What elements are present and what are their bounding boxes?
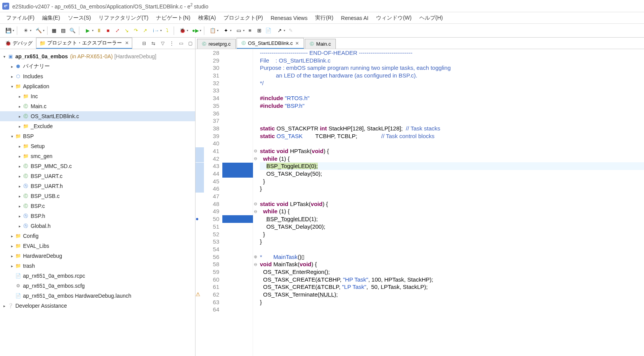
save-button[interactable]: 💾 (2, 26, 15, 35)
code-area[interactable]: ------------------------- END-OF-HEADER … (258, 49, 644, 356)
tree-node[interactable]: ▸ⓗGlobal.h (0, 221, 195, 231)
menu-item[interactable]: ウィンドウ(W) (372, 13, 416, 23)
close-icon[interactable]: ✕ (295, 41, 299, 46)
link-editor-icon[interactable]: ⇆ (150, 40, 157, 47)
code-line[interactable]: */ (260, 79, 644, 87)
tool-button[interactable]: ≡ (246, 26, 254, 35)
terminate-button[interactable]: ■ (104, 26, 112, 35)
chevron-right-icon[interactable]: ▸ (17, 104, 22, 109)
collapse-icon[interactable]: ⊖ (253, 148, 258, 153)
disconnect-button[interactable]: ⤢ (113, 26, 122, 35)
project-root[interactable]: ▾ ▣ ap_rx651_0a_embos (in AP-RX651-0A) [… (0, 51, 195, 61)
editor-tab[interactable]: Ⓒresetprg.c (197, 39, 236, 49)
tree-node[interactable]: ▸ⒸBSP_MMC_SD.c (0, 161, 195, 171)
tool-button[interactable]: ✦ (220, 26, 232, 35)
resume-button[interactable]: ▶ (82, 26, 94, 35)
tree-node[interactable]: ⚙ap_rx651_0a_embos.scfg (0, 281, 195, 291)
tool-button[interactable]: ↗ (273, 26, 286, 35)
chevron-right-icon[interactable]: ▸ (9, 264, 15, 268)
tool-button[interactable]: 📄 (264, 26, 273, 35)
code-line[interactable]: static void HPTask(void) { (260, 147, 644, 155)
code-line[interactable]: void MainTask(void) { (260, 260, 644, 268)
minimize-icon[interactable]: ▭ (177, 40, 184, 47)
chevron-right-icon[interactable]: ▸ (17, 114, 22, 119)
chevron-right-icon[interactable]: ▸ (17, 224, 22, 228)
code-line[interactable]: #include "BSP.h" (260, 102, 644, 110)
menu-item[interactable]: 実行(R) (311, 13, 337, 23)
tool-button[interactable]: 📋 (207, 26, 219, 35)
step-into-button[interactable]: ↘ (122, 26, 131, 35)
tree-node[interactable]: ▸ⒸBSP_USB.c (0, 191, 195, 201)
suspend-button[interactable]: ⏸ (95, 26, 103, 35)
chevron-right-icon[interactable]: ▸ (2, 304, 7, 308)
tree-node[interactable]: ▸ⓗBSP.h (0, 211, 195, 221)
drop-to-frame-button[interactable]: ⤵ (163, 26, 171, 35)
chevron-right-icon[interactable]: ▸ (9, 244, 15, 248)
code-editor[interactable]: ➨●⚠ 282930313233343536373839404142434445… (196, 49, 644, 356)
code-line[interactable]: OS_TASK_Delay(50); (260, 170, 644, 178)
debug-button[interactable]: 🐞 (176, 26, 189, 35)
maximize-icon[interactable]: ▢ (187, 40, 194, 47)
marker-column[interactable]: ➨●⚠ (196, 49, 204, 356)
step-over-button[interactable]: ↷ (131, 26, 140, 35)
menu-item[interactable]: ナビゲート(N) (152, 13, 194, 23)
tree-node[interactable]: ▸📁trash (0, 261, 195, 271)
code-line[interactable]: BSP_ToggleLED(0); (260, 162, 644, 170)
menu-item[interactable]: Renesas AI (337, 13, 373, 23)
project-explorer-tab[interactable]: 📁 プロジェクト・エクスプローラー ✕ (36, 38, 132, 49)
code-line[interactable] (260, 140, 644, 147)
code-line[interactable]: static OS_TASK TCBHP, TCBLP; // Task con… (260, 132, 644, 140)
chevron-right-icon[interactable]: ▸ (17, 204, 22, 208)
code-line[interactable]: OS_TASK_Delay(200); (260, 223, 644, 231)
fold-column[interactable]: ⊖⊖⊖⊖⊕⊖ (253, 49, 258, 356)
close-icon[interactable]: ✕ (125, 40, 129, 46)
tree-node[interactable]: ▸ⒸMain.c (0, 101, 195, 111)
menu-item[interactable]: 編集(E) (38, 13, 64, 23)
code-line[interactable] (260, 117, 644, 125)
chevron-right-icon[interactable]: ▸ (17, 194, 22, 198)
chevron-down-icon[interactable]: ▾ (9, 84, 15, 89)
new-button[interactable]: ✳ (20, 26, 32, 35)
code-line[interactable]: while (1) { (260, 155, 644, 163)
code-line[interactable]: } (260, 178, 644, 185)
tool-button[interactable]: ▨ (59, 26, 67, 35)
collapse-icon[interactable]: ⊖ (253, 209, 258, 214)
tree-node[interactable]: ▾📁BSP (0, 131, 195, 141)
tree-node[interactable]: ▸⬢バイナリー (0, 61, 195, 71)
menu-item[interactable]: ヘルプ(H) (416, 13, 447, 23)
code-line[interactable]: * MainTask()▯ (260, 253, 644, 261)
chevron-right-icon[interactable]: ▸ (17, 174, 22, 178)
tree-node[interactable]: ▸ⒸOS_StartLEDBlink.c (0, 111, 195, 121)
code-line[interactable]: static void LPTask(void) { (260, 200, 644, 208)
menu-item[interactable]: 検索(A) (194, 13, 220, 23)
code-line[interactable]: File : OS_StartLEDBlink.c (260, 57, 644, 64)
expand-icon[interactable]: ⊕ (253, 254, 258, 259)
step-return-button[interactable]: ↗ (141, 26, 149, 35)
chevron-right-icon[interactable]: ▸ (17, 94, 22, 99)
code-line[interactable]: } (260, 185, 644, 193)
debug-view-tab[interactable]: 🐞 デバッグ (2, 38, 36, 49)
tree-node[interactable]: 📄ap_rx651_0a_embos HardwareDebug.launch (0, 291, 195, 301)
chevron-right-icon[interactable]: ▸ (9, 64, 15, 69)
tree-node[interactable]: ▸📁_Exclude (0, 121, 195, 131)
code-line[interactable]: #include "RTOS.h" (260, 94, 644, 102)
tree-node[interactable]: ▸📁Setup (0, 141, 195, 151)
chevron-right-icon[interactable]: ▸ (17, 184, 22, 188)
code-line[interactable]: OS_TASK_Terminate(NULL); (260, 291, 644, 298)
tree-node[interactable]: 📄ap_rx651_0a_embos.rcpc (0, 271, 195, 281)
code-line[interactable]: BSP_ToggleLED(1); (260, 215, 644, 223)
code-line[interactable]: OS_TASK_CREATE(&TCBHP, "HP Task", 100, H… (260, 276, 644, 283)
code-line[interactable] (260, 110, 644, 117)
build-button[interactable]: 🔨 (33, 26, 45, 35)
tree-node[interactable]: ▸ⒸBSP.c (0, 201, 195, 211)
menu-item[interactable]: プロジェクト(P) (220, 13, 267, 23)
tree-node[interactable]: ▸📁smc_gen (0, 151, 195, 161)
code-line[interactable]: } (260, 231, 644, 238)
code-line[interactable]: an LED of the target hardware (as config… (260, 72, 644, 79)
tool-button[interactable]: ⊞ (255, 26, 263, 35)
tree-node[interactable]: ▸📁EVAL_Libs (0, 241, 195, 251)
chevron-right-icon[interactable]: ▸ (9, 74, 15, 79)
tree-node[interactable]: ▸📁Inc (0, 91, 195, 101)
code-line[interactable]: while (1) { (260, 208, 644, 215)
chevron-down-icon[interactable]: ▾ (9, 134, 15, 138)
